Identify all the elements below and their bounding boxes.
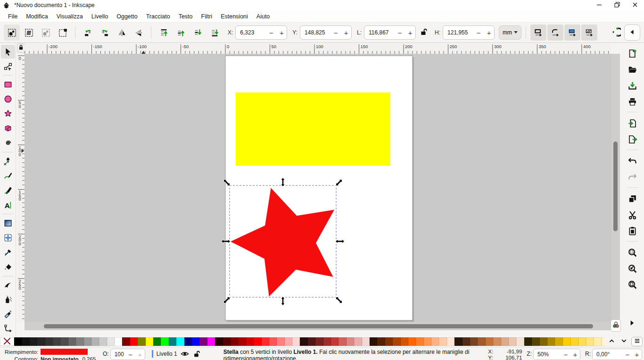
palette-swatch-43[interactable] — [347, 337, 354, 346]
palette-swatch-51[interactable] — [408, 337, 416, 346]
tool-mesh-gradient[interactable] — [1, 231, 15, 244]
width-increment-button[interactable] — [405, 26, 415, 39]
palette-scroll-up-button[interactable] — [605, 337, 618, 346]
palette-swatch-46[interactable] — [370, 337, 377, 346]
snap-toggle-button[interactable] — [609, 25, 623, 41]
palette-swatch-32[interactable] — [262, 337, 269, 346]
palette-swatch-35[interactable] — [285, 337, 292, 346]
zoom-drawing-button[interactable] — [625, 260, 641, 276]
vertical-scrollbar[interactable] — [611, 54, 620, 322]
palette-swatch-44[interactable] — [354, 337, 362, 346]
palette-swatch-62[interactable] — [493, 337, 501, 346]
width-field-value[interactable]: 116,867 — [364, 29, 395, 36]
palette-swatch-17[interactable] — [146, 337, 153, 346]
palette-swatch-26[interactable] — [215, 337, 223, 346]
scale-gradients-button[interactable] — [564, 25, 580, 41]
x-field-value[interactable]: 6,323 — [236, 29, 266, 36]
document-export-button[interactable] — [625, 131, 641, 147]
palette-swatch-72[interactable] — [570, 337, 578, 346]
palette-swatch-41[interactable] — [331, 337, 339, 346]
menu-estensioni[interactable]: Estensioni — [216, 11, 252, 22]
palette-swatch-18[interactable] — [153, 337, 161, 346]
palette-swatch-7[interactable] — [68, 337, 76, 346]
palette-swatch-13[interactable] — [115, 337, 122, 346]
zoom-increment-button[interactable] — [570, 349, 580, 360]
palette-swatch-38[interactable] — [308, 337, 315, 346]
tool-paint-bucket[interactable] — [1, 260, 15, 274]
select-all-layers-button[interactable] — [21, 25, 37, 41]
palette-swatch-22[interactable] — [184, 337, 192, 346]
palette-swatch-42[interactable] — [339, 337, 346, 346]
tool-pencil[interactable] — [1, 169, 15, 183]
opacity-increment-button[interactable] — [135, 349, 145, 360]
tool-spiral[interactable] — [1, 136, 15, 150]
zoom-value[interactable]: 50% — [534, 351, 561, 358]
palette-swatch-23[interactable] — [192, 337, 199, 346]
zoom-selection-button[interactable] — [625, 244, 641, 260]
palette-swatch-73[interactable] — [578, 337, 586, 346]
tool-connector[interactable] — [1, 322, 15, 336]
snapbar-collapse-button[interactable] — [624, 25, 640, 41]
palette-swatch-68[interactable] — [540, 337, 547, 346]
scale-rounded-corners-button[interactable] — [547, 25, 563, 41]
document-import-button[interactable] — [625, 115, 641, 131]
palette-swatch-16[interactable] — [138, 337, 145, 346]
tool-star[interactable] — [1, 107, 15, 120]
palette-swatch-4[interactable] — [45, 337, 53, 346]
palette-swatch-24[interactable] — [199, 337, 207, 346]
document-new-button[interactable] — [625, 45, 641, 61]
restore-button[interactable] — [608, 0, 626, 10]
layer-name[interactable]: Livello 1 — [157, 351, 177, 357]
menu-oggetto[interactable]: Oggetto — [112, 11, 141, 22]
paste-button[interactable] — [625, 223, 641, 239]
color-management-button[interactable] — [611, 319, 621, 332]
palette-menu-button[interactable] — [631, 337, 643, 346]
palette-swatch-34[interactable] — [277, 337, 284, 346]
x-increment-button[interactable] — [276, 26, 287, 39]
palette-swatch-65[interactable] — [516, 337, 524, 346]
palette-swatch-33[interactable] — [269, 337, 277, 346]
palette-swatch-52[interactable] — [416, 337, 423, 346]
tool-tweak[interactable] — [1, 278, 15, 292]
lower-to-bottom-button[interactable] — [206, 25, 223, 41]
commands-expand-button[interactable] — [625, 317, 639, 328]
rotation-increment-button[interactable] — [632, 349, 642, 360]
rotation-value[interactable]: 0,00° — [593, 351, 623, 358]
menu-modifica[interactable]: Modifica — [22, 11, 52, 22]
palette-swatch-69[interactable] — [547, 337, 555, 346]
zoom-field[interactable]: 50% — [533, 349, 580, 360]
vertical-scrollbar-thumb[interactable] — [613, 142, 618, 231]
layer-visibility-icon[interactable] — [181, 350, 189, 358]
palette-swatch-12[interactable] — [107, 337, 115, 346]
scale-stroke-width-button[interactable] — [530, 25, 546, 41]
palette-swatch-0[interactable] — [14, 337, 22, 346]
palette-swatch-28[interactable] — [231, 337, 238, 346]
palette-swatch-5[interactable] — [53, 337, 60, 346]
guides-lock-button[interactable] — [17, 43, 25, 53]
stroke-value[interactable]: Non impostato — [41, 356, 79, 360]
y-decrement-button[interactable] — [330, 26, 341, 39]
menu-filtri[interactable]: Filtri — [197, 11, 217, 22]
lower-button[interactable] — [190, 25, 206, 41]
tool-text[interactable]: A — [1, 198, 15, 212]
palette-swatch-14[interactable] — [122, 337, 130, 346]
palette-swatch-30[interactable] — [246, 337, 254, 346]
height-field[interactable]: 121,955 — [443, 25, 495, 40]
palette-swatch-60[interactable] — [478, 337, 485, 346]
menu-livello[interactable]: Livello — [87, 11, 112, 22]
palette-swatch-21[interactable] — [176, 337, 184, 346]
rotate-cw-button[interactable] — [97, 25, 113, 41]
tool-dropper[interactable] — [1, 245, 15, 259]
palette-swatch-54[interactable] — [431, 337, 439, 346]
redo-button[interactable] — [625, 169, 641, 185]
rotation-field[interactable]: 0,00° — [592, 349, 642, 360]
minimize-button[interactable] — [590, 0, 608, 10]
close-button[interactable] — [626, 0, 644, 10]
palette-swatch-19[interactable] — [161, 337, 168, 346]
flip-vertical-button[interactable] — [131, 25, 147, 41]
opacity-value[interactable]: 100 — [111, 351, 126, 358]
palette-swatch-25[interactable] — [207, 337, 215, 346]
raise-to-top-button[interactable] — [156, 25, 172, 41]
stroke-width-value[interactable]: 0,265 — [83, 356, 96, 360]
cut-button[interactable] — [625, 207, 641, 223]
